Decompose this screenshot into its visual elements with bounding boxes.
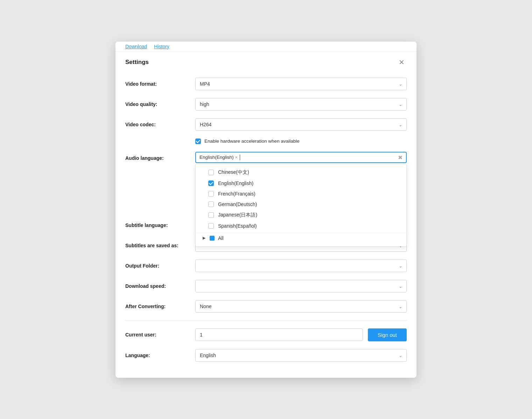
dialog-header: Settings ✕ bbox=[115, 52, 416, 71]
video-format-select[interactable]: MP4 MKV MOV AVI bbox=[195, 78, 407, 90]
video-codec-select[interactable]: H264 H265 AV1 bbox=[195, 118, 407, 131]
top-bar: Download History bbox=[115, 42, 416, 52]
video-quality-row: Video quality: high medium low ⌄ bbox=[125, 98, 407, 111]
audio-language-tag-text: English(English) bbox=[200, 155, 234, 160]
sign-out-button[interactable]: Sign out bbox=[368, 328, 407, 341]
audio-language-row: Audio language: English(English) × ✖ Chi… bbox=[125, 152, 407, 163]
hardware-acceleration-checkbox[interactable] bbox=[195, 139, 201, 144]
audio-language-tag: English(English) × bbox=[200, 155, 238, 160]
language-row: Language: English Chinese French German … bbox=[125, 349, 407, 362]
video-codec-control: H264 H265 AV1 ⌄ bbox=[195, 118, 407, 131]
video-codec-row: Video codec: H264 H265 AV1 ⌄ bbox=[125, 118, 407, 131]
video-quality-select-wrapper: high medium low ⌄ bbox=[195, 98, 407, 111]
spanish-checkbox[interactable] bbox=[208, 223, 214, 229]
dropdown-item-french[interactable]: French(Français) bbox=[196, 189, 406, 199]
audio-language-label: Audio language: bbox=[125, 152, 195, 161]
download-speed-select[interactable] bbox=[195, 280, 407, 292]
video-format-label: Video format: bbox=[125, 81, 195, 87]
subtitles-saved-label: Subtitles are saved as: bbox=[125, 243, 195, 248]
settings-dialog: Download History Settings ✕ Video format… bbox=[115, 42, 416, 378]
history-link[interactable]: History bbox=[154, 44, 169, 49]
audio-language-clear-icon[interactable]: ✖ bbox=[398, 154, 402, 161]
video-quality-select[interactable]: high medium low bbox=[195, 98, 407, 111]
language-control: English Chinese French German Japanese S… bbox=[195, 349, 407, 362]
user-row-inner: Sign out bbox=[195, 328, 407, 341]
dropdown-item-german[interactable]: German(Deutsch) bbox=[196, 199, 406, 210]
hardware-acceleration-row[interactable]: Enable hardware acceleration when availa… bbox=[195, 139, 407, 144]
video-format-control: MP4 MKV MOV AVI ⌄ bbox=[195, 78, 407, 90]
output-folder-row: Output Folder: ⌄ bbox=[125, 260, 407, 272]
subtitle-language-label: Subtitle language: bbox=[125, 222, 195, 228]
after-converting-select[interactable]: None Open folder Shut down bbox=[195, 300, 407, 313]
chinese-checkbox[interactable] bbox=[208, 170, 214, 175]
french-label: French(Français) bbox=[218, 191, 255, 197]
chinese-label: Chinese(中文) bbox=[218, 169, 249, 176]
output-folder-label: Output Folder: bbox=[125, 263, 195, 269]
video-format-row: Video format: MP4 MKV MOV AVI ⌄ bbox=[125, 78, 407, 90]
dialog-body: Video format: MP4 MKV MOV AVI ⌄ Video qu… bbox=[115, 71, 416, 378]
download-link[interactable]: Download bbox=[125, 44, 147, 49]
output-folder-select-wrapper: ⌄ bbox=[195, 260, 407, 272]
audio-language-input[interactable]: English(English) × ✖ bbox=[195, 152, 407, 163]
all-label: All bbox=[218, 235, 224, 241]
german-checkbox[interactable] bbox=[208, 201, 214, 207]
language-select-wrapper: English Chinese French German Japanese S… bbox=[195, 349, 407, 362]
output-folder-control: ⌄ bbox=[195, 260, 407, 272]
japanese-checkbox[interactable] bbox=[208, 212, 214, 218]
video-quality-control: high medium low ⌄ bbox=[195, 98, 407, 111]
all-square-icon bbox=[210, 236, 215, 241]
download-speed-control: ⌄ bbox=[195, 280, 407, 292]
after-converting-label: After Converting: bbox=[125, 304, 195, 309]
after-converting-control: None Open folder Shut down ⌄ bbox=[195, 300, 407, 313]
spanish-label: Spanish(Español) bbox=[218, 223, 257, 229]
english-label: English(English) bbox=[218, 180, 253, 186]
video-codec-select-wrapper: H264 H265 AV1 ⌄ bbox=[195, 118, 407, 131]
audio-language-control: English(English) × ✖ Chinese(中文) English… bbox=[195, 152, 407, 163]
current-user-row: Current user: Sign out bbox=[125, 328, 407, 341]
language-label: Language: bbox=[125, 353, 195, 358]
english-checkbox[interactable] bbox=[208, 180, 214, 186]
current-user-label: Current user: bbox=[125, 332, 195, 338]
video-codec-label: Video codec: bbox=[125, 122, 195, 127]
dropdown-all-row[interactable]: ▶ All bbox=[196, 233, 406, 243]
language-select[interactable]: English Chinese French German Japanese S… bbox=[195, 349, 407, 362]
after-converting-row: After Converting: None Open folder Shut … bbox=[125, 300, 407, 313]
section-divider bbox=[125, 320, 407, 321]
download-speed-select-wrapper: ⌄ bbox=[195, 280, 407, 292]
after-converting-select-wrapper: None Open folder Shut down ⌄ bbox=[195, 300, 407, 313]
dropdown-item-chinese[interactable]: Chinese(中文) bbox=[196, 167, 406, 178]
video-format-select-wrapper: MP4 MKV MOV AVI ⌄ bbox=[195, 78, 407, 90]
dropdown-item-japanese[interactable]: Japanese(日本語) bbox=[196, 210, 406, 221]
all-arrow-icon: ▶ bbox=[203, 236, 205, 240]
german-label: German(Deutsch) bbox=[218, 201, 257, 207]
current-user-control: Sign out bbox=[195, 328, 407, 341]
dropdown-item-english[interactable]: English(English) bbox=[196, 178, 406, 189]
dropdown-item-spanish[interactable]: Spanish(Español) bbox=[196, 221, 406, 231]
audio-language-tag-remove[interactable]: × bbox=[235, 155, 238, 160]
dialog-title: Settings bbox=[125, 59, 149, 66]
output-folder-select[interactable] bbox=[195, 260, 407, 272]
download-speed-label: Download speed: bbox=[125, 283, 195, 289]
japanese-label: Japanese(日本語) bbox=[218, 212, 257, 218]
download-speed-row: Download speed: ⌄ bbox=[125, 280, 407, 292]
close-button[interactable]: ✕ bbox=[397, 58, 407, 66]
current-user-input[interactable] bbox=[195, 328, 363, 341]
french-checkbox[interactable] bbox=[208, 191, 214, 197]
audio-language-dropdown: Chinese(中文) English(English) French(Fran… bbox=[195, 164, 407, 247]
hardware-acceleration-label: Enable hardware acceleration when availa… bbox=[204, 139, 300, 144]
video-quality-label: Video quality: bbox=[125, 101, 195, 107]
audio-language-cursor bbox=[240, 155, 240, 160]
